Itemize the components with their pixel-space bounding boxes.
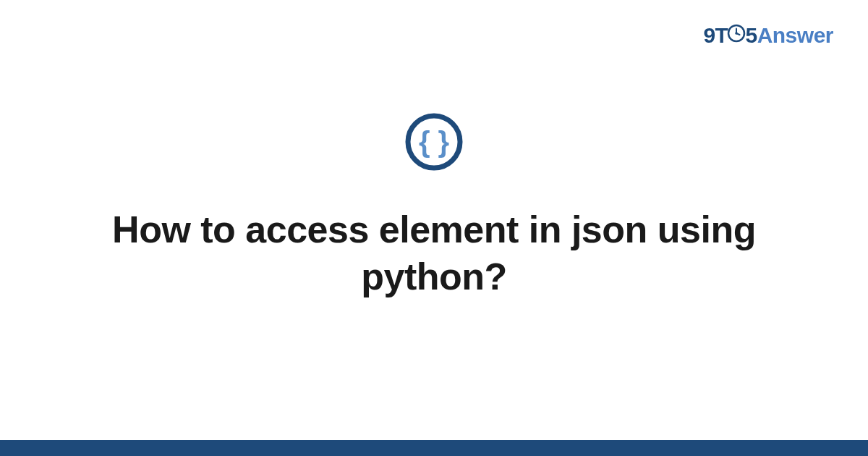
page-title: How to access element in json using pyth… — [87, 206, 781, 300]
svg-text:{ }: { } — [419, 126, 449, 158]
logo-text-5: 5 — [745, 23, 757, 47]
topic-icon-wrapper: { } — [404, 112, 464, 172]
braces-icon: { } — [404, 112, 464, 172]
main-content: { } How to access element in json using … — [0, 0, 868, 456]
svg-line-3 — [736, 33, 740, 35]
site-logo: 9T5Answer — [703, 23, 833, 49]
footer-bar — [0, 440, 868, 456]
logo-text-9t: 9T — [703, 23, 728, 47]
logo-text-answer: Answer — [757, 23, 833, 47]
clock-icon — [727, 23, 746, 48]
